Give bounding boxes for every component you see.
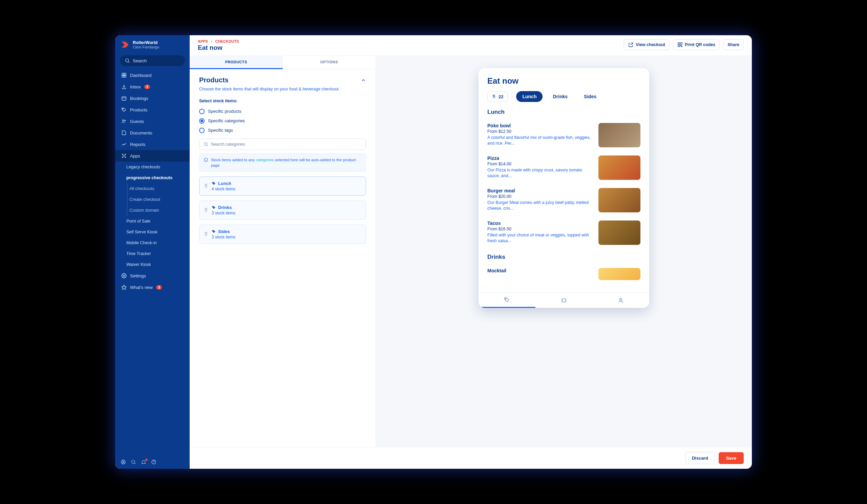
menu-item[interactable]: Poke bowlFrom $12.50A colorful and flavo…	[488, 119, 640, 151]
tab-products[interactable]: PRODUCTS	[190, 56, 283, 69]
button-label: View checkout	[636, 42, 665, 47]
search-placeholder: Search	[133, 58, 147, 63]
chip-drinks[interactable]: Drinks	[547, 91, 574, 102]
radio-specific-tags[interactable]: Specific tags	[199, 126, 366, 135]
phone-tab-tag[interactable]	[479, 293, 535, 308]
sidebar-search[interactable]: Search	[120, 55, 185, 66]
view-checkout-button[interactable]: View checkout	[624, 39, 670, 50]
svg-point-19	[122, 461, 124, 462]
nav-progressive-checkouts[interactable]: progressive checkouts	[115, 172, 190, 183]
svg-point-10	[125, 120, 126, 121]
category-name: Sides	[212, 229, 235, 234]
menu-item[interactable]: Burger mealFrom $20.00Our Burger Meal co…	[488, 184, 640, 216]
nav-dashboard[interactable]: Dashboard	[115, 69, 190, 81]
nav-products[interactable]: Products	[115, 104, 190, 116]
svg-point-16	[123, 275, 125, 276]
item-count-chip[interactable]: 22	[488, 92, 508, 102]
nav-label: Dashboard	[130, 73, 152, 78]
nav-mobile[interactable]: Mobile Check-in	[115, 237, 190, 248]
svg-rect-25	[681, 43, 682, 44]
nav-guests[interactable]: Guests	[115, 116, 190, 127]
nav-bookings[interactable]: Bookings	[115, 93, 190, 104]
footer-search-icon[interactable]	[131, 459, 136, 465]
nav-apps[interactable]: Apps	[115, 150, 190, 162]
nav-settings[interactable]: Settings	[115, 270, 190, 281]
category-card[interactable]: ⠿Sides3 stock items	[199, 225, 366, 244]
menu-section-drinks: Drinks	[488, 254, 640, 260]
nav-legacy-checkouts[interactable]: Legacy checkouts	[115, 162, 190, 172]
nav-waiver[interactable]: Waiver Kiosk	[115, 259, 190, 270]
nav-label: Waiver Kiosk	[126, 262, 151, 267]
svg-rect-3	[124, 73, 126, 75]
apps-icon	[121, 153, 127, 159]
drag-handle-icon[interactable]: ⠿	[204, 183, 207, 189]
save-button[interactable]: Save	[719, 452, 744, 464]
category-search-input[interactable]: Search categories	[199, 139, 366, 150]
menu-item[interactable]: Mocktail	[488, 264, 640, 284]
chip-lunch[interactable]: Lunch	[516, 91, 543, 102]
reports-icon	[121, 142, 127, 147]
nav-inbox[interactable]: Inbox3	[115, 81, 190, 93]
nav-label: Mobile Check-in	[126, 240, 157, 245]
section-desc: Choose the stock items that will display…	[199, 86, 366, 93]
menu-item[interactable]: TacosFrom $16.50Filled with your choice …	[488, 216, 640, 249]
gear-icon	[121, 273, 127, 278]
chip-sides[interactable]: Sides	[578, 91, 602, 102]
breadcrumb-checkouts[interactable]: CHECKOUTS	[215, 39, 239, 43]
radio-label: Specific products	[208, 109, 242, 114]
menu-item[interactable]: PizzaFrom $14.00Our Pizza is made with c…	[488, 151, 640, 184]
nav-whatsnew[interactable]: What's new3	[115, 281, 190, 293]
svg-rect-6	[122, 97, 126, 100]
item-price: From $16.50	[488, 227, 593, 231]
drag-handle-icon[interactable]: ⠿	[204, 231, 207, 237]
nav-label: Time Tracker	[126, 251, 151, 256]
category-count: 3 stock items	[212, 211, 235, 215]
tag-icon	[212, 229, 216, 234]
bell-icon[interactable]	[141, 459, 146, 465]
radio-specific-categories[interactable]: Specific categories	[199, 116, 366, 126]
chevron-up-icon[interactable]	[361, 77, 366, 83]
svg-rect-2	[122, 73, 124, 75]
svg-point-13	[122, 157, 123, 158]
category-name: Lunch	[212, 181, 235, 186]
category-count: 3 stock items	[212, 235, 235, 239]
nav-time[interactable]: Time Tracker	[115, 248, 190, 259]
account-icon[interactable]	[120, 459, 126, 465]
tab-options[interactable]: OPTIONS	[283, 56, 376, 69]
nav-all-checkouts[interactable]: All checkouts	[115, 183, 190, 194]
svg-line-1	[128, 62, 129, 63]
breadcrumb-apps[interactable]: APPS	[198, 39, 208, 43]
svg-point-20	[132, 460, 135, 463]
food-image	[598, 268, 640, 280]
category-name: Drinks	[212, 205, 235, 210]
food-image	[598, 221, 640, 245]
nav-label: What's new	[130, 285, 153, 290]
discard-button[interactable]: Discard	[685, 452, 715, 464]
drag-handle-icon[interactable]: ⠿	[204, 207, 207, 213]
svg-point-33	[620, 298, 622, 300]
phone-tab-ticket[interactable]	[535, 293, 592, 308]
svg-line-21	[135, 463, 136, 464]
item-price: From $12.50	[488, 129, 593, 134]
nav-pos[interactable]: Point of Sale	[115, 216, 190, 227]
svg-line-28	[207, 145, 208, 146]
nav-documents[interactable]: Documents	[115, 127, 190, 139]
section-title: Products	[199, 76, 228, 84]
share-button[interactable]: Share	[723, 39, 744, 50]
user-icon	[618, 297, 624, 303]
nav-label: Self Serve Kiosk	[126, 230, 158, 234]
info-icon	[204, 158, 208, 162]
nav-kiosk[interactable]: Self Serve Kiosk	[115, 227, 190, 237]
print-qr-button[interactable]: Print QR codes	[673, 39, 720, 50]
radio-specific-products[interactable]: Specific products	[199, 107, 366, 116]
nav-create-checkout[interactable]: Create checkout	[115, 194, 190, 205]
item-name: Pizza	[488, 156, 593, 161]
category-card[interactable]: ⠿Lunch4 stock items	[199, 176, 366, 196]
category-card[interactable]: ⠿Drinks3 stock items	[199, 201, 366, 220]
inbox-icon	[121, 84, 127, 89]
help-icon[interactable]	[151, 459, 157, 465]
nav-reports[interactable]: Reports	[115, 139, 190, 150]
phone-tab-user[interactable]	[592, 293, 649, 308]
nav-custom-domain[interactable]: Custom domain	[115, 205, 190, 216]
info-highlight: categories	[256, 158, 274, 162]
